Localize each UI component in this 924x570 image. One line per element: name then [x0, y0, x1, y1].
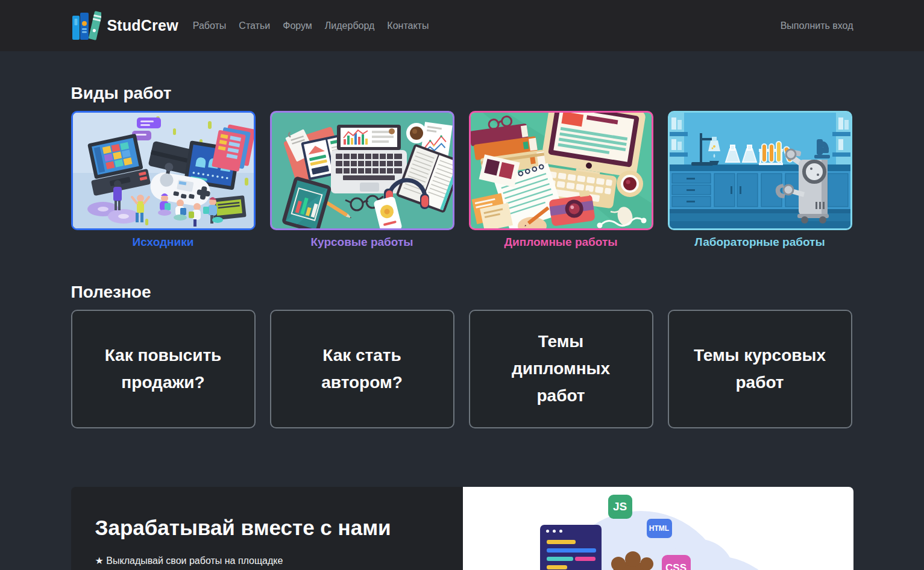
useful-card-become-author[interactable]: Как стать автором?	[270, 310, 454, 428]
vintage-desk-illustration	[471, 113, 652, 228]
nav-link-contacts[interactable]: Контакты	[386, 18, 430, 33]
work-type-card-diploma[interactable]: Дипломные работы	[469, 111, 653, 249]
nav-link-works[interactable]: Работы	[192, 18, 228, 33]
js-badge: JS	[608, 495, 632, 519]
code-line	[547, 565, 567, 569]
code-line	[547, 540, 576, 544]
work-type-label-sources[interactable]: Исходники	[71, 236, 256, 249]
work-type-label-diploma[interactable]: Дипломные работы	[469, 236, 653, 249]
work-type-card-sources[interactable]: Исходники	[71, 111, 256, 249]
work-types-title: Виды работ	[71, 84, 853, 103]
work-type-label-lab[interactable]: Лабораторные работы	[668, 236, 852, 249]
promo-text-panel: Зарабатывай вместе с нами ★ Выкладывай с…	[71, 487, 463, 570]
diploma-image[interactable]	[469, 111, 653, 230]
brand-title: StudCrew	[107, 17, 178, 34]
nav-link-forum[interactable]: Форум	[281, 18, 313, 33]
code-editor-graphic	[540, 525, 602, 570]
code-lines	[540, 533, 602, 569]
code-line	[547, 557, 596, 561]
useful-card-label: Темы курсовых работ	[687, 342, 833, 396]
html-badge: HTML	[647, 519, 672, 538]
work-type-label-coursework[interactable]: Курсовые работы	[270, 236, 454, 249]
login-link[interactable]: Выполнить вход	[781, 20, 853, 31]
promo-banner: Зарабатывай вместе с нами ★ Выкладывай с…	[71, 487, 853, 570]
chemistry-lab-illustration	[670, 113, 850, 228]
lab-image[interactable]	[668, 111, 852, 230]
useful-card-label: Как повысить продажи?	[90, 342, 236, 396]
useful-card-increase-sales[interactable]: Как повысить продажи?	[71, 310, 256, 428]
useful-card-diploma-topics[interactable]: Темы дипломных работ	[469, 310, 653, 428]
css-badge: CSS	[662, 555, 691, 570]
window-dots-icon	[540, 525, 602, 533]
useful-card-coursework-topics[interactable]: Темы курсовых работ	[668, 310, 852, 428]
useful-title: Полезное	[71, 283, 853, 302]
sources-image[interactable]	[71, 111, 256, 230]
promo-benefits-list: ★ Выкладывай свои работы на площадке ★ В…	[95, 555, 439, 570]
code-line	[547, 548, 596, 553]
main-nav: Работы Статьи Форум Лидерборд Контакты	[192, 20, 430, 31]
section-work-types: Виды работ	[71, 51, 853, 249]
coffee-vintage	[617, 171, 643, 197]
useful-card-label: Как стать автором?	[289, 342, 435, 396]
books-logo-icon	[71, 10, 101, 42]
navbar: StudCrew Работы Статьи Форум Лидерборд К…	[0, 0, 924, 51]
promo-illustration: JS HTML CSS	[463, 487, 853, 570]
nav-link-leaderboard[interactable]: Лидерборд	[324, 18, 376, 33]
section-useful: Полезное Как повысить продажи? Как стать…	[71, 249, 853, 428]
coursework-image[interactable]	[270, 111, 454, 230]
nav-link-articles[interactable]: Статьи	[237, 18, 271, 33]
work-type-card-lab[interactable]: Лабораторные работы	[668, 111, 852, 249]
promo-benefit: ★ Выкладывай свои работы на площадке	[95, 555, 439, 566]
useful-card-label: Темы дипломных работ	[488, 328, 634, 409]
game-dev-illustration	[73, 113, 254, 228]
test-tube-rack	[759, 142, 783, 165]
study-desk-illustration	[272, 113, 453, 228]
brand-link[interactable]: StudCrew	[71, 10, 178, 42]
promo-title: Зарабатывай вместе с нами	[95, 516, 439, 540]
work-type-card-coursework[interactable]: Курсовые работы	[270, 111, 454, 249]
